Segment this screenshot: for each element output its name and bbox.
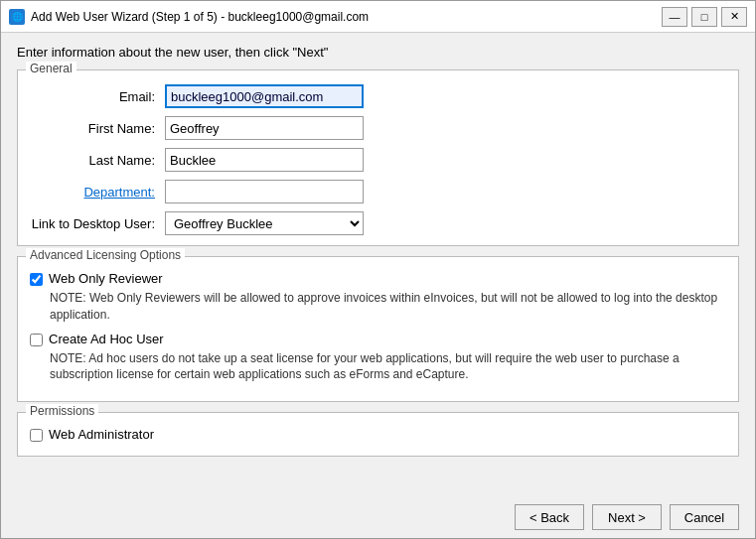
firstname-label: First Name: bbox=[30, 121, 159, 136]
minimize-button[interactable]: — bbox=[662, 7, 687, 27]
lastname-label: Last Name: bbox=[30, 153, 159, 168]
web-only-reviewer-label: Web Only Reviewer bbox=[49, 271, 163, 286]
adhoc-user-label: Create Ad Hoc User bbox=[49, 332, 164, 346]
department-label[interactable]: Department: bbox=[30, 185, 159, 200]
email-input[interactable] bbox=[165, 84, 364, 108]
maximize-button[interactable]: □ bbox=[691, 7, 717, 27]
web-only-reviewer-row: Web Only Reviewer bbox=[30, 271, 726, 286]
footer: < Back Next > Cancel bbox=[1, 496, 755, 538]
lastname-input[interactable] bbox=[165, 148, 364, 172]
web-admin-row: Web Administrator bbox=[30, 427, 726, 442]
main-window: 🌐 Add Web User Wizard (Step 1 of 5) - bu… bbox=[0, 0, 756, 539]
web-only-reviewer-checkbox[interactable] bbox=[30, 273, 43, 286]
web-admin-label: Web Administrator bbox=[49, 427, 154, 442]
general-section-label: General bbox=[26, 62, 76, 75]
web-only-reviewer-note: NOTE: Web Only Reviewers will be allowed… bbox=[50, 290, 726, 324]
app-icon: 🌐 bbox=[9, 9, 25, 25]
web-admin-checkbox[interactable] bbox=[30, 429, 43, 442]
cancel-button[interactable]: Cancel bbox=[670, 504, 739, 530]
email-label: Email: bbox=[30, 89, 159, 104]
instruction-text: Enter information about the new user, th… bbox=[17, 45, 739, 60]
title-bar: 🌐 Add Web User Wizard (Step 1 of 5) - bu… bbox=[1, 1, 755, 33]
next-button[interactable]: Next > bbox=[592, 504, 662, 530]
window-controls: — □ ✕ bbox=[662, 7, 747, 27]
advanced-section-label: Advanced Licensing Options bbox=[26, 248, 185, 262]
advanced-section: Advanced Licensing Options Web Only Revi… bbox=[17, 256, 739, 402]
department-input[interactable] bbox=[165, 180, 364, 203]
desktop-user-select[interactable]: Geoffrey Bucklee bbox=[165, 211, 364, 235]
general-section: General Email: First Name: Last Name: De… bbox=[17, 69, 739, 246]
permissions-section-label: Permissions bbox=[26, 404, 98, 418]
back-button[interactable]: < Back bbox=[515, 504, 584, 530]
close-button[interactable]: ✕ bbox=[721, 7, 747, 27]
main-content: Enter information about the new user, th… bbox=[1, 33, 755, 496]
window-title: Add Web User Wizard (Step 1 of 5) - buck… bbox=[31, 10, 662, 24]
desktop-user-label: Link to Desktop User: bbox=[30, 216, 159, 231]
adhoc-user-row: Create Ad Hoc User bbox=[30, 332, 726, 346]
general-form: Email: First Name: Last Name: Department… bbox=[30, 80, 726, 235]
firstname-input[interactable] bbox=[165, 116, 364, 140]
permissions-section: Permissions Web Administrator bbox=[17, 412, 739, 457]
adhoc-user-checkbox[interactable] bbox=[30, 334, 43, 346]
adhoc-user-note: NOTE: Ad hoc users do not take up a seat… bbox=[50, 350, 726, 384]
